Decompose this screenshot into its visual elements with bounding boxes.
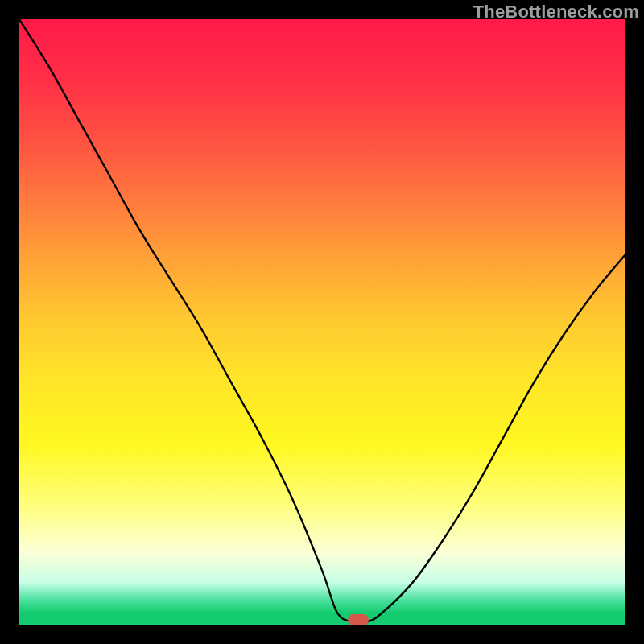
bottleneck-chart: TheBottleneck.com <box>0 0 644 644</box>
bottleneck-curve <box>19 19 625 625</box>
curve-path <box>19 19 625 623</box>
plot-area <box>19 19 625 625</box>
watermark-text: TheBottleneck.com <box>473 2 639 23</box>
optimal-marker <box>348 614 369 625</box>
